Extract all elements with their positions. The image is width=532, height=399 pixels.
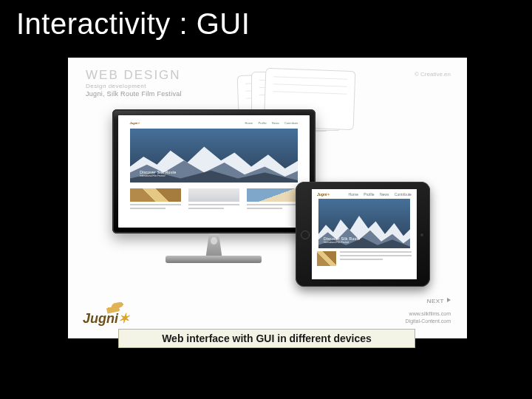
- text-lines: [340, 251, 412, 266]
- card: [247, 188, 299, 209]
- site-logo: Jugni✶: [130, 121, 140, 125]
- monitor-screen: Jugni✶ Home Profile News Contribute: [118, 115, 310, 228]
- mockup-attribution: © Creative.en: [415, 71, 451, 78]
- mockup-subheading-small: Design development: [86, 83, 146, 89]
- next-label: NEXT: [427, 298, 451, 304]
- monitor-foot: [166, 256, 262, 263]
- site-header: Jugni✶ Home Profile News Contribute: [118, 115, 310, 129]
- content-columns: [118, 183, 310, 215]
- apple-logo-icon: [211, 237, 217, 245]
- website-tablet: Jugni✶ Home Profile News Contribute: [312, 189, 417, 279]
- caption-box: Web interface with GUI in different devi…: [118, 329, 415, 348]
- nav-item: Contribute: [395, 192, 412, 197]
- footer-credits: www.silkfilms.com Digital-Content.com: [406, 310, 451, 325]
- thumb: [317, 251, 336, 266]
- nav-item: News: [380, 192, 389, 197]
- nav-item: News: [272, 121, 279, 125]
- site-header: Jugni✶ Home Profile News Contribute: [312, 189, 417, 199]
- monitor-bezel: Jugni✶ Home Profile News Contribute: [112, 109, 316, 233]
- nav-item: Profile: [258, 121, 266, 125]
- hero-image: Discover Silk Route International Film F…: [318, 199, 411, 248]
- camera-icon: [420, 233, 423, 236]
- mockup-image: WEB DESIGN Design development Jugni, Sil…: [68, 58, 467, 338]
- nav-item: Home: [349, 192, 358, 197]
- card: [130, 188, 182, 209]
- nav-item: Profile: [364, 192, 374, 197]
- tablet-screen: Jugni✶ Home Profile News Contribute: [312, 189, 417, 279]
- hero-text: Discover Silk Route International Film F…: [140, 170, 176, 177]
- site-logo: Jugni✶: [317, 192, 330, 197]
- mockup-heading: WEB DESIGN: [86, 68, 181, 83]
- site-nav: Home Profile News Contribute: [241, 121, 299, 125]
- caption-text: Web interface with GUI in different devi…: [162, 332, 372, 344]
- hero-text: Discover Silk Route International Film F…: [324, 236, 360, 244]
- desktop-monitor: Jugni✶ Home Profile News Contribute: [112, 109, 316, 272]
- triangle-right-icon: [447, 298, 451, 302]
- nav-item: Contribute: [284, 121, 298, 125]
- card: [188, 188, 240, 209]
- hero-image: Discover Silk Route International Film F…: [130, 129, 299, 183]
- site-nav: Home Profile News Contribute: [344, 192, 412, 197]
- nav-item: Home: [245, 121, 253, 125]
- tablet-device: Jugni✶ Home Profile News Contribute: [296, 182, 430, 287]
- brand-logo: Jugni✶: [83, 310, 129, 327]
- slide-title: Interactivity : GUI: [16, 7, 250, 41]
- slide: Interactivity : GUI WEB DESIGN Design de…: [0, 0, 532, 399]
- website-desktop: Jugni✶ Home Profile News Contribute: [118, 115, 310, 228]
- home-button-icon: [301, 231, 310, 239]
- tablet-content: [312, 248, 417, 270]
- mockup-subheading: Jugni, Silk Route Film Festival: [86, 90, 182, 98]
